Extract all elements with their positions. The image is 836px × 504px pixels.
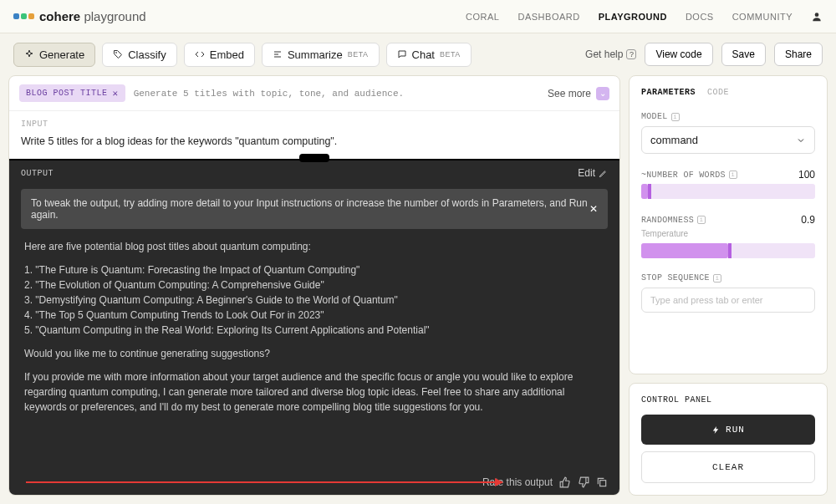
info-icon[interactable]: i xyxy=(729,171,737,179)
chat-icon xyxy=(397,49,407,59)
nav-links: CORAL DASHBOARD PLAYGROUND DOCS COMMUNIT… xyxy=(466,11,823,23)
embed-icon xyxy=(195,49,205,59)
info-icon[interactable]: i xyxy=(713,274,721,283)
tab-generate[interactable]: Generate xyxy=(13,43,95,67)
chevron-down-icon: ⌄ xyxy=(596,87,609,100)
save-button[interactable]: Save xyxy=(721,43,766,66)
info-icon[interactable]: i xyxy=(697,216,706,224)
output-body: Here are five potential blog post titles… xyxy=(9,237,619,470)
beta-badge: BETA xyxy=(348,50,369,59)
output-intro: Here are five potential blog post titles… xyxy=(24,239,604,254)
logo-icon xyxy=(13,13,34,19)
svg-rect-2 xyxy=(600,481,606,486)
subbar: Generate Classify Embed Summarize BETA C… xyxy=(0,33,836,75)
words-label: ~NUMBER OF WORDSi xyxy=(641,171,737,180)
control-panel-label: CONTROL PANEL xyxy=(641,395,815,405)
prompt-placeholder: Generate 5 titles with topic, tone, and … xyxy=(134,89,404,99)
user-icon[interactable] xyxy=(811,11,823,23)
input-area: INPUT Write 5 titles for a blog ideas fo… xyxy=(9,111,619,159)
randomness-label: RANDOMNESSi xyxy=(641,216,706,225)
share-button[interactable]: Share xyxy=(774,43,823,66)
right-column: PARAMETERS CODE MODELi command ~NUMBER O… xyxy=(629,75,828,496)
tab-code[interactable]: CODE xyxy=(707,88,729,97)
nav-coral[interactable]: CORAL xyxy=(466,12,499,22)
input-label: INPUT xyxy=(21,120,608,129)
annotation-arrow xyxy=(26,481,502,483)
tab-embed[interactable]: Embed xyxy=(184,43,255,67)
see-more-button[interactable]: See more ⌄ xyxy=(548,87,609,100)
prompt-bar: BLOG POST TITLE ✕ Generate 5 titles with… xyxy=(9,76,619,111)
stop-sequence-input[interactable]: Type and press tab or enter xyxy=(641,288,815,313)
summarize-icon xyxy=(273,49,283,59)
stop-label: STOP SEQUENCEi xyxy=(641,273,815,283)
info-icon[interactable]: i xyxy=(671,113,680,121)
output-followup1: Would you like me to continue generating… xyxy=(24,346,604,361)
words-slider[interactable] xyxy=(641,184,815,199)
control-panel: CONTROL PANEL RUN CLEAR xyxy=(629,383,828,496)
output-list: 1. "The Future is Quantum: Forecasting t… xyxy=(24,262,604,338)
sparkle-icon xyxy=(24,49,34,59)
nav-dashboard[interactable]: DASHBOARD xyxy=(517,12,579,22)
model-label: MODELi xyxy=(641,112,815,121)
edit-button[interactable]: Edit xyxy=(578,167,608,179)
nav-community[interactable]: COMMUNITY xyxy=(732,12,793,22)
randomness-value: 0.9 xyxy=(801,214,815,226)
chevron-down-icon xyxy=(796,135,806,145)
randomness-sublabel: Temperature xyxy=(641,229,815,238)
pencil-icon xyxy=(599,169,608,178)
tab-summarize[interactable]: Summarize BETA xyxy=(262,43,380,67)
svg-point-0 xyxy=(815,13,819,17)
svg-point-1 xyxy=(116,53,117,53)
parameters-panel: PARAMETERS CODE MODELi command ~NUMBER O… xyxy=(629,75,828,374)
help-icon: ? xyxy=(626,49,636,59)
topbar: cohere playground CORAL DASHBOARD PLAYGR… xyxy=(0,0,836,33)
nav-docs[interactable]: DOCS xyxy=(686,12,714,22)
words-value: 100 xyxy=(798,169,815,181)
panel-tabs: PARAMETERS CODE xyxy=(641,88,815,97)
beta-badge: BETA xyxy=(440,50,461,59)
bolt-icon xyxy=(711,425,721,435)
clear-button[interactable]: CLEAR xyxy=(641,451,815,483)
model-select[interactable]: command xyxy=(641,126,815,154)
randomness-slider[interactable] xyxy=(641,243,815,258)
close-icon[interactable]: ✕ xyxy=(113,88,119,99)
output-label: OUTPUT xyxy=(21,169,54,178)
thumbs-up-icon[interactable] xyxy=(559,476,571,488)
preset-chip[interactable]: BLOG POST TITLE ✕ xyxy=(19,84,125,102)
hint-banner: To tweak the output, try adding more det… xyxy=(21,189,608,229)
output-area: OUTPUT Edit To tweak the output, try add… xyxy=(9,159,619,495)
tab-parameters[interactable]: PARAMETERS xyxy=(641,88,696,97)
left-column: BLOG POST TITLE ✕ Generate 5 titles with… xyxy=(8,75,620,496)
tag-icon xyxy=(113,49,123,59)
logo[interactable]: cohere playground xyxy=(13,9,146,23)
resize-handle[interactable] xyxy=(299,154,329,162)
copy-icon[interactable] xyxy=(596,476,608,488)
output-followup2: If you provide me with more information … xyxy=(24,369,604,415)
tab-classify[interactable]: Classify xyxy=(102,43,177,67)
input-text[interactable]: Write 5 titles for a blog ideas for the … xyxy=(21,135,608,147)
get-help-link[interactable]: Get help ? xyxy=(585,48,636,60)
thumbs-down-icon[interactable] xyxy=(578,476,589,488)
run-button[interactable]: RUN xyxy=(641,415,815,445)
tab-chat[interactable]: Chat BETA xyxy=(386,43,472,67)
view-code-button[interactable]: View code xyxy=(645,43,712,66)
mode-tabs: Generate Classify Embed Summarize BETA C… xyxy=(13,43,472,67)
header-actions: Get help ? View code Save Share xyxy=(585,43,823,66)
logo-brand: cohere xyxy=(39,9,80,23)
close-icon[interactable]: ✕ xyxy=(589,203,598,215)
logo-product: playground xyxy=(84,9,145,23)
main: BLOG POST TITLE ✕ Generate 5 titles with… xyxy=(0,75,836,504)
nav-playground[interactable]: PLAYGROUND xyxy=(599,12,667,22)
